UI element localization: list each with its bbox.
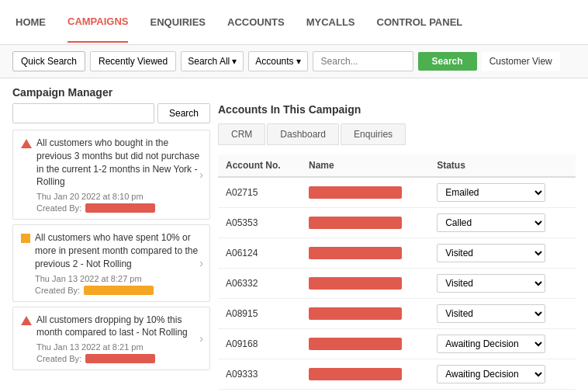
account-status: EmailedCalledVisitedAwaiting DecisionNot…	[429, 177, 576, 208]
name-bar	[309, 338, 402, 350]
main-content: Search All customers who bought in the p…	[0, 103, 588, 392]
account-name	[301, 329, 429, 359]
search-all-btn[interactable]: Search All ▾	[181, 51, 244, 71]
status-select[interactable]: EmailedCalledVisitedAwaiting DecisionNot…	[437, 365, 545, 383]
account-number: A08915	[218, 299, 301, 329]
nav-campaigns[interactable]: CAMPAIGNS	[67, 2, 128, 43]
campaign-item[interactable]: All customers dropping by 10% this month…	[12, 307, 210, 371]
campaign-title: All customers who bought in the previous…	[36, 137, 202, 189]
account-number: A09333	[218, 359, 301, 390]
account-name	[301, 299, 429, 329]
account-status: EmailedCalledVisitedAwaiting DecisionNot…	[429, 208, 576, 238]
campaign-item[interactable]: All customers who have spent 10% or more…	[12, 224, 210, 301]
account-status: EmailedCalledVisitedAwaiting DecisionNot…	[429, 329, 576, 359]
campaign-created-by: Created By:	[36, 354, 202, 363]
chevron-down-icon: ▾	[232, 56, 237, 67]
chevron-right-icon: ›	[199, 168, 203, 181]
account-number: A02715	[218, 177, 301, 208]
account-name	[301, 177, 429, 208]
left-panel: Search All customers who bought in the p…	[12, 103, 210, 390]
search-button[interactable]: Search	[418, 52, 477, 71]
campaign-title: All customers who have spent 10% or more…	[35, 231, 202, 270]
name-bar	[309, 186, 402, 199]
nav-enquiries[interactable]: ENQUIRIES	[150, 2, 206, 42]
status-select[interactable]: EmailedCalledVisitedAwaiting DecisionNot…	[437, 304, 545, 323]
toolbar: Quick Search Recently Viewed Search All …	[0, 45, 588, 78]
left-search-button[interactable]: Search	[157, 103, 210, 123]
campaign-created-by: Created By:	[35, 286, 202, 295]
accounts-dropdown-btn[interactable]: Accounts ▾	[248, 51, 307, 71]
left-search-bar: Search	[12, 103, 210, 123]
right-panel: Accounts In This Campaign CRM Dashboard …	[218, 103, 576, 390]
status-select[interactable]: EmailedCalledVisitedAwaiting DecisionNot…	[437, 244, 545, 262]
col-name: Name	[301, 154, 429, 177]
customer-view-btn[interactable]: Customer View	[482, 52, 560, 71]
account-name	[301, 359, 429, 390]
account-number: A05353	[218, 208, 301, 238]
created-by-bar	[84, 286, 154, 295]
nav-accounts[interactable]: ACCOUNTS	[227, 2, 285, 42]
triangle-red-icon	[21, 139, 32, 148]
tab-crm[interactable]: CRM	[218, 123, 265, 145]
campaign-date: Thu Jan 20 2022 at 8:10 pm	[36, 192, 202, 201]
table-row: A06124EmailedCalledVisitedAwaiting Decis…	[218, 238, 576, 269]
table-row: A05353EmailedCalledVisitedAwaiting Decis…	[218, 208, 576, 238]
navigation: HOME CAMPAIGNS ENQUIRIES ACCOUNTS MYCALL…	[0, 0, 588, 45]
status-select[interactable]: EmailedCalledVisitedAwaiting DecisionNot…	[437, 274, 545, 293]
nav-mycalls[interactable]: MYCALLS	[306, 2, 355, 42]
account-status: EmailedCalledVisitedAwaiting DecisionNot…	[429, 299, 576, 329]
account-number: A09168	[218, 329, 301, 359]
table-row: A08915EmailedCalledVisitedAwaiting Decis…	[218, 299, 576, 329]
triangle-red-icon	[21, 316, 32, 325]
nav-control-panel[interactable]: CONTROL PANEL	[377, 2, 463, 42]
created-by-bar	[85, 354, 155, 363]
account-status: EmailedCalledVisitedAwaiting DecisionNot…	[429, 269, 576, 299]
name-bar	[309, 217, 402, 229]
campaign-date: Thu Jan 13 2022 at 8:21 pm	[36, 342, 202, 352]
recently-viewed-btn[interactable]: Recently Viewed	[90, 51, 176, 71]
left-search-input[interactable]	[12, 103, 154, 123]
campaign-created-by: Created By:	[36, 203, 202, 213]
status-select[interactable]: EmailedCalledVisitedAwaiting DecisionNot…	[437, 183, 545, 202]
chevron-down-icon: ▾	[296, 56, 301, 67]
search-input[interactable]	[313, 51, 413, 71]
name-bar	[309, 368, 402, 380]
status-select[interactable]: EmailedCalledVisitedAwaiting DecisionNot…	[437, 213, 545, 232]
chevron-right-icon: ›	[199, 257, 203, 269]
table-row: A02715EmailedCalledVisitedAwaiting Decis…	[218, 177, 576, 208]
status-select[interactable]: EmailedCalledVisitedAwaiting DecisionNot…	[437, 335, 545, 353]
page-title: Campaign Manager	[0, 78, 588, 103]
tab-dashboard[interactable]: Dashboard	[267, 123, 339, 145]
account-name	[301, 208, 429, 238]
name-bar	[309, 247, 402, 259]
account-status: EmailedCalledVisitedAwaiting DecisionNot…	[429, 238, 576, 269]
account-number: A06332	[218, 269, 301, 299]
table-row: A09333EmailedCalledVisitedAwaiting Decis…	[218, 359, 576, 390]
account-status: EmailedCalledVisitedAwaiting DecisionNot…	[429, 359, 576, 390]
campaign-list: All customers who bought in the previous…	[12, 130, 210, 370]
campaign-date: Thu Jan 13 2022 at 8:27 pm	[35, 274, 202, 283]
tab-enquiries[interactable]: Enquiries	[341, 123, 406, 145]
account-name	[301, 269, 429, 299]
created-by-bar	[85, 203, 155, 213]
campaign-title: All customers dropping by 10% this month…	[36, 314, 202, 340]
col-account-no: Account No.	[218, 154, 301, 177]
account-name	[301, 238, 429, 269]
right-panel-title: Accounts In This Campaign	[218, 103, 576, 116]
table-row: A06332EmailedCalledVisitedAwaiting Decis…	[218, 269, 576, 299]
tab-bar: CRM Dashboard Enquiries	[218, 123, 576, 145]
nav-home[interactable]: HOME	[16, 2, 46, 42]
table-row: A09168EmailedCalledVisitedAwaiting Decis…	[218, 329, 576, 359]
square-orange-icon	[21, 234, 30, 243]
chevron-right-icon: ›	[199, 332, 203, 345]
name-bar	[309, 307, 402, 320]
quick-search-btn[interactable]: Quick Search	[12, 51, 85, 71]
campaign-item[interactable]: All customers who bought in the previous…	[12, 130, 210, 220]
name-bar	[309, 277, 402, 290]
col-status: Status	[429, 154, 576, 177]
accounts-table: Account No. Name Status A02715EmailedCal…	[218, 154, 576, 390]
account-number: A06124	[218, 238, 301, 269]
